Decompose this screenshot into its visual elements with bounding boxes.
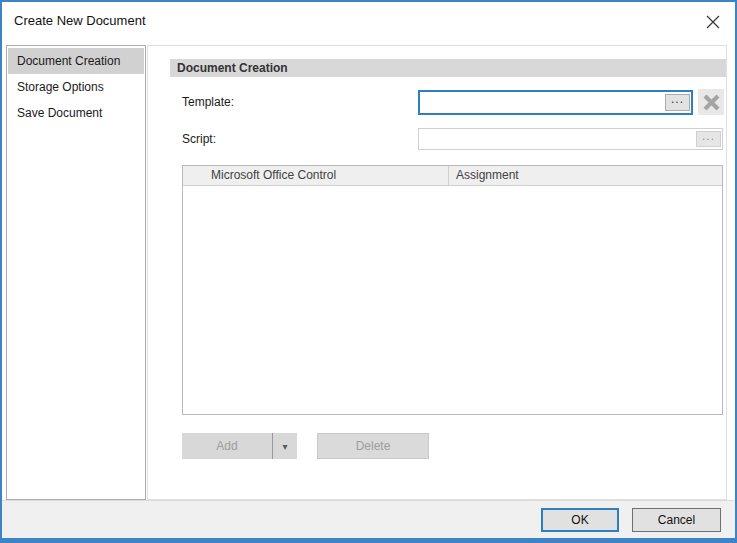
clear-icon xyxy=(702,93,721,112)
template-clear-button[interactable] xyxy=(698,89,724,115)
sidebar-item-storage-options[interactable]: Storage Options xyxy=(8,74,144,100)
footer-bar: OK Cancel xyxy=(2,500,735,538)
close-button[interactable] xyxy=(699,8,727,36)
table-action-row: Add ▾ Delete xyxy=(182,433,429,459)
delete-button[interactable]: Delete xyxy=(317,433,429,459)
main-panel: Document Creation Template: ... Script: xyxy=(147,45,727,500)
template-input[interactable] xyxy=(420,92,665,113)
template-input-shell: ... xyxy=(418,90,693,115)
script-input-shell: ... xyxy=(418,128,723,150)
template-field-row: Template: ... xyxy=(182,89,724,115)
sidebar-item-save-document[interactable]: Save Document xyxy=(8,100,144,126)
chevron-down-icon: ▾ xyxy=(282,441,287,452)
window-title: Create New Document xyxy=(14,13,146,28)
add-button[interactable]: Add xyxy=(182,433,272,459)
add-dropdown-button[interactable]: ▾ xyxy=(272,433,297,459)
column-header-microsoft-office-control: Microsoft Office Control xyxy=(183,166,449,185)
table-body-empty xyxy=(183,187,722,414)
sidebar-item-document-creation[interactable]: Document Creation xyxy=(8,48,144,74)
script-label: Script: xyxy=(182,132,418,146)
script-field-row: Script: ... xyxy=(182,128,724,150)
sidebar: Document Creation Storage Options Save D… xyxy=(6,45,146,500)
table-header-row: Microsoft Office Control Assignment xyxy=(183,166,722,186)
section-header: Document Creation xyxy=(170,59,726,77)
create-new-document-dialog: Create New Document Document Creation St… xyxy=(0,0,737,543)
column-header-assignment: Assignment xyxy=(449,166,722,185)
title-bar: Create New Document xyxy=(2,2,735,44)
ellipsis-icon: ... xyxy=(702,129,715,143)
script-input[interactable] xyxy=(419,129,696,149)
ellipsis-icon: ... xyxy=(671,92,684,106)
close-icon xyxy=(706,15,720,29)
template-browse-button[interactable]: ... xyxy=(665,94,690,111)
add-split-button: Add ▾ xyxy=(182,433,297,459)
ok-button[interactable]: OK xyxy=(541,508,619,532)
cancel-button[interactable]: Cancel xyxy=(632,508,721,532)
script-browse-button[interactable]: ... xyxy=(696,131,721,147)
template-label: Template: xyxy=(182,95,418,109)
office-control-table: Microsoft Office Control Assignment xyxy=(182,165,723,415)
